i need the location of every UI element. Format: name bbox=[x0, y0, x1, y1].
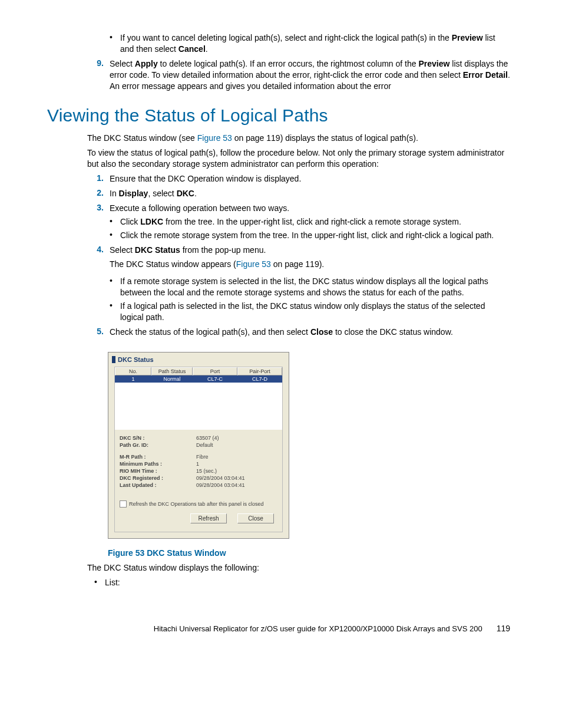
bold: Error Detail bbox=[463, 70, 508, 80]
cell-pair-port: CL7-D bbox=[237, 375, 282, 383]
text: Check the status of the logical path(s),… bbox=[110, 327, 310, 337]
text: , select bbox=[148, 189, 176, 198]
dkc-table-header: No. Path Status Port Pair-Port bbox=[115, 367, 282, 375]
bold: Apply bbox=[135, 59, 158, 68]
bullet-dot: • bbox=[110, 230, 120, 241]
text: The DKC Status window (see bbox=[87, 133, 197, 143]
refresh-checkbox-label: Refresh the DKC Operations tab after thi… bbox=[129, 501, 264, 507]
value-min-paths: 1 bbox=[196, 461, 277, 467]
figure-link[interactable]: Figure 53 bbox=[236, 259, 271, 269]
dkc-status-window: DKC Status No. Path Status Port Pair-Por… bbox=[108, 352, 289, 539]
text: In bbox=[110, 189, 119, 198]
text: Select bbox=[110, 59, 135, 68]
bullet-text: If you want to cancel deleting logical p… bbox=[120, 32, 510, 55]
refresh-checkbox[interactable] bbox=[120, 500, 127, 508]
text: to close the DKC status window. bbox=[333, 327, 453, 337]
text: . bbox=[206, 44, 208, 54]
col-port[interactable]: Port bbox=[193, 367, 237, 375]
value-dkc-registered: 09/28/2004 03:04:41 bbox=[196, 475, 277, 481]
step-text: Select Apply to delete logical path(s). … bbox=[110, 58, 510, 92]
step-text: Check the status of the logical path(s),… bbox=[110, 327, 510, 338]
value-last-updated: 09/28/2004 03:04:41 bbox=[196, 482, 277, 488]
label-min-paths: Minimum Paths : bbox=[120, 461, 196, 467]
step-text: Execute a following operation between tw… bbox=[110, 203, 510, 214]
intro-paragraph-2: To view the status of logical path(s), f… bbox=[87, 147, 510, 170]
label-dkc-registered: DKC Registered : bbox=[120, 475, 196, 481]
bold: Close bbox=[310, 327, 333, 337]
bullet-dot: • bbox=[110, 276, 120, 298]
col-path-status[interactable]: Path Status bbox=[151, 367, 193, 375]
text: to delete logical path(s). If an error o… bbox=[158, 59, 419, 68]
bold: Display bbox=[119, 189, 148, 198]
col-pair-port[interactable]: Pair-Port bbox=[237, 367, 282, 375]
text: from the pop-up menu. bbox=[180, 245, 266, 255]
text: If you want to cancel deleting logical p… bbox=[120, 33, 452, 42]
bold: DKC bbox=[177, 189, 194, 198]
title-bar-icon bbox=[112, 356, 115, 363]
bullet-text: If a remote storage system is selected i… bbox=[120, 276, 510, 298]
figure-link[interactable]: Figure 53 bbox=[197, 133, 232, 143]
bullet-text: Click the remote storage system from the… bbox=[120, 230, 510, 241]
step-number-1: 1. bbox=[87, 173, 110, 185]
after-figure-paragraph: The DKC Status window displays the follo… bbox=[87, 562, 510, 574]
text: Select bbox=[110, 245, 135, 255]
label-dkc-sn: DKC S/N : bbox=[120, 435, 196, 441]
value-dkc-sn: 63507 (4) bbox=[196, 435, 277, 441]
bold: Cancel bbox=[178, 44, 206, 54]
bullet-dot: • bbox=[94, 577, 105, 588]
label-mr-path: M-R Path : bbox=[120, 454, 196, 460]
dkc-window-title: DKC Status bbox=[108, 353, 289, 365]
section-heading: Viewing the Status of Logical Paths bbox=[47, 106, 510, 126]
bold: Preview bbox=[418, 59, 449, 68]
label-last-updated: Last Updated : bbox=[120, 482, 196, 488]
step-number-5: 5. bbox=[87, 327, 110, 338]
label-path-gr: Path Gr. ID: bbox=[120, 442, 196, 448]
footer-doc-title: Hitachi Universal Replicator for z/OS us… bbox=[154, 624, 482, 633]
step-number-2: 2. bbox=[87, 188, 110, 199]
cell-path-status: Normal bbox=[151, 375, 193, 383]
bold: DKC Status bbox=[135, 245, 180, 255]
step-text: Ensure that the DKC Operation window is … bbox=[110, 173, 510, 185]
bold: LDKC bbox=[140, 217, 163, 226]
text: Click bbox=[120, 217, 140, 226]
bold: Preview bbox=[452, 33, 483, 42]
value-rio-mih: 15 (sec.) bbox=[196, 468, 277, 474]
bullet-text: List: bbox=[105, 577, 510, 588]
value-mr-path: Fibre bbox=[196, 454, 277, 460]
table-empty-area bbox=[115, 383, 282, 430]
bullet-text: Click LDKC from the tree. In the upper-r… bbox=[120, 216, 510, 228]
text: on page 119) displays the status of logi… bbox=[232, 133, 418, 143]
cell-port: CL7-C bbox=[193, 375, 237, 383]
bullet-text: If a logical path is selected in the lis… bbox=[120, 301, 510, 323]
step-number-9: 9. bbox=[87, 58, 110, 92]
step-text: Select DKC Status from the pop-up menu. … bbox=[110, 245, 510, 274]
step-number-3: 3. bbox=[87, 203, 110, 214]
value-path-gr: Default bbox=[196, 442, 277, 448]
title-text: DKC Status bbox=[118, 356, 154, 363]
cell-no: 1 bbox=[115, 375, 151, 383]
bullet-dot: • bbox=[110, 301, 120, 323]
step-text: In Display, select DKC. bbox=[110, 188, 510, 199]
close-button[interactable]: Close bbox=[237, 513, 274, 523]
figure-caption: Figure 53 DKC Status Window bbox=[108, 548, 510, 558]
step-number-4: 4. bbox=[87, 245, 110, 274]
dkc-table-row-selected[interactable]: 1 Normal CL7-C CL7-D bbox=[115, 375, 282, 383]
col-no[interactable]: No. bbox=[115, 367, 151, 375]
text: . bbox=[194, 189, 197, 198]
text: from the tree. In the upper-right list, … bbox=[163, 217, 461, 226]
dkc-status-figure: DKC Status No. Path Status Port Pair-Por… bbox=[108, 352, 510, 539]
bullet-dot: • bbox=[110, 216, 120, 228]
text: The DKC Status window appears ( bbox=[110, 259, 236, 269]
label-rio-mih: RIO MIH Time : bbox=[120, 468, 196, 474]
refresh-checkbox-row[interactable]: Refresh the DKC Operations tab after thi… bbox=[115, 498, 282, 509]
bullet-dot: • bbox=[110, 32, 120, 55]
footer-page-number: 119 bbox=[497, 624, 510, 633]
intro-paragraph-1: The DKC Status window (see Figure 53 on … bbox=[87, 133, 510, 144]
refresh-button[interactable]: Refresh bbox=[190, 513, 227, 523]
text: on page 119). bbox=[271, 259, 324, 269]
